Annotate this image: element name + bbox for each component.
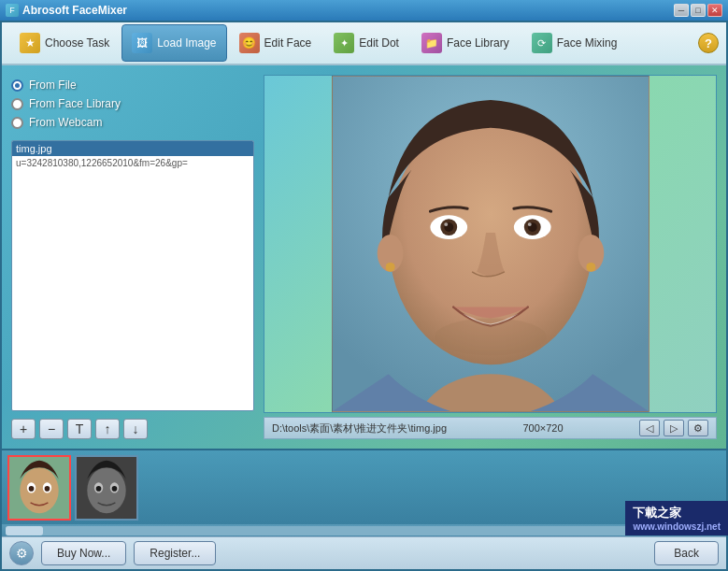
face-svg (333, 77, 649, 411)
svg-point-25 (96, 486, 102, 492)
face-thumb-svg-2 (77, 457, 136, 519)
action-bar: ⚙ Buy Now... Register... Back (2, 536, 726, 569)
face-thumb-svg-1 (9, 457, 69, 519)
filmstrip-thumb-1[interactable] (7, 455, 71, 521)
image-status-bar: D:\tools\素面\素材\推进文件夹\timg.jpg 700×720 ◁ … (264, 417, 717, 439)
svg-point-5 (385, 263, 394, 272)
rotate-right-button[interactable]: ▷ (664, 420, 684, 436)
image-dimensions: 700×720 (522, 422, 563, 434)
app-icon: F (6, 4, 19, 17)
scroll-bar-area (2, 524, 726, 536)
file-list-item[interactable]: timg.jpg (12, 141, 253, 156)
list-controls: + − T ↑ ↓ (11, 419, 254, 439)
source-radio-group: From File From Face Library From Webcam (11, 75, 254, 133)
face-library-button[interactable]: 📁 Face Library (411, 24, 520, 62)
filmstrip-scrollbar-thumb[interactable] (6, 526, 43, 535)
from-file-radio-indicator (11, 79, 23, 92)
edit-dot-button[interactable]: ✦ Edit Dot (323, 24, 409, 62)
from-webcam-radio-indicator (11, 117, 23, 129)
image-area: D:\tools\素面\素材\推进文件夹\timg.jpg 700×720 ◁ … (264, 75, 717, 439)
face-image (332, 76, 649, 412)
add-file-button[interactable]: + (11, 419, 36, 439)
image-display (264, 75, 717, 413)
title-bar-left: F Abrosoft FaceMixer (6, 4, 127, 17)
face-thumb-color (9, 457, 69, 519)
image-path: D:\tools\素面\素材\推进文件夹\timg.jpg (272, 421, 447, 435)
from-face-library-radio-indicator (11, 98, 23, 110)
move-up-button[interactable]: ↑ (95, 419, 120, 439)
settings-small-button[interactable]: ⚙ (688, 420, 708, 436)
svg-point-15 (435, 319, 546, 356)
toolbar: ★ Choose Task 🖼 Load Image 😊 Edit Face ✦… (2, 22, 726, 65)
watermark: 下載之家 www.windowszj.net (625, 501, 728, 535)
filmstrip-area (2, 449, 726, 524)
maximize-button[interactable]: □ (691, 4, 706, 17)
face-thumb-gray (77, 457, 136, 519)
file-list[interactable]: timg.jpg u=3242810380,1226652010&fm=26&g… (11, 140, 254, 411)
minimize-button[interactable]: ─ (674, 4, 689, 17)
svg-point-17 (20, 467, 58, 513)
content-area: From File From Face Library From Webcam … (2, 65, 726, 449)
watermark-line1: 下載之家 (633, 505, 721, 521)
face-mixing-icon: ⟳ (532, 33, 552, 53)
from-webcam-radio[interactable]: From Webcam (11, 116, 254, 129)
face-library-icon: 📁 (421, 33, 442, 53)
svg-point-6 (586, 263, 595, 272)
filmstrip-scroll (7, 455, 721, 521)
face-mixing-button[interactable]: ⟳ Face Mixing (521, 24, 628, 62)
settings-button[interactable]: ⚙ (9, 541, 34, 565)
filmstrip-thumb-2[interactable] (75, 455, 138, 521)
file-list-url[interactable]: u=3242810380,1226652010&fm=26&gp= (12, 156, 253, 170)
back-button[interactable]: Back (654, 541, 719, 565)
edit-dot-icon: ✦ (334, 33, 354, 53)
help-button[interactable]: ? (698, 33, 719, 53)
svg-point-27 (112, 486, 118, 492)
remove-file-button[interactable]: − (39, 419, 64, 439)
load-image-icon: 🖼 (132, 33, 152, 53)
from-face-library-radio[interactable]: From Face Library (11, 97, 254, 110)
status-controls: ◁ ▷ ⚙ (639, 420, 708, 436)
choose-task-button[interactable]: ★ Choose Task (9, 24, 120, 62)
buy-now-button[interactable]: Buy Now... (41, 541, 126, 565)
close-button[interactable]: ✕ (707, 4, 722, 17)
main-window: ★ Choose Task 🖼 Load Image 😊 Edit Face ✦… (0, 21, 728, 571)
title-bar: F Abrosoft FaceMixer ─ □ ✕ (0, 0, 728, 21)
choose-task-icon: ★ (20, 33, 40, 53)
svg-point-21 (45, 486, 50, 492)
from-file-radio[interactable]: From File (11, 79, 254, 92)
svg-point-14 (527, 222, 531, 226)
window-controls: ─ □ ✕ (674, 4, 722, 17)
edit-face-icon: 😊 (239, 33, 260, 53)
left-panel: From File From Face Library From Webcam … (11, 75, 254, 439)
svg-point-23 (87, 467, 125, 513)
load-image-button[interactable]: 🖼 Load Image (121, 24, 226, 62)
title-bar-title: Abrosoft FaceMixer (22, 4, 127, 17)
filmstrip-scrollbar-track[interactable] (6, 526, 722, 535)
move-down-button[interactable]: ↓ (123, 419, 148, 439)
rotate-left-button[interactable]: ◁ (639, 420, 660, 436)
svg-point-10 (444, 222, 448, 226)
watermark-line2: www.windowszj.net (633, 521, 721, 532)
register-button[interactable]: Register... (134, 541, 216, 565)
edit-face-button[interactable]: 😊 Edit Face (229, 24, 322, 62)
sort-button[interactable]: T (67, 419, 92, 439)
svg-point-19 (29, 486, 35, 492)
